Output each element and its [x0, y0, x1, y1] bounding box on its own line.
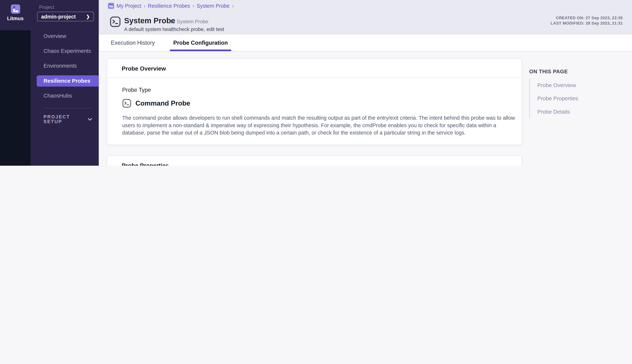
probe-properties-title: Probe Properties: [107, 156, 522, 166]
probe-overview-card: Probe Overview Probe Type Command Probe …: [107, 58, 522, 145]
chevron-separator-icon: ›: [144, 3, 146, 9]
page-subtitle: A default system healthcheck probe, edit…: [124, 26, 224, 32]
sidebar: Project admin-project ❯ Overview Chaos E…: [31, 0, 99, 166]
sidebar-item-chaoshubs[interactable]: ChaosHubs: [31, 88, 99, 103]
project-select-value: admin-project: [41, 14, 76, 20]
sidebar-divider: [44, 108, 91, 108]
breadcrumb-system-probe[interactable]: System Probe: [197, 3, 229, 9]
chevron-down-icon: [88, 118, 92, 120]
terminal-probe-icon: [110, 16, 121, 28]
cards-column: Probe Overview Probe Type Command Probe …: [107, 58, 522, 166]
breadcrumb-resilience-probes[interactable]: Resilience Probes: [148, 3, 190, 9]
probe-properties-card: Probe Properties TIMEOUT RETRY ATTEMPT I…: [107, 156, 522, 166]
rail-brand-block: Litmus: [0, 0, 31, 30]
sidebar-item-chaos-experiments[interactable]: Chaos Experiments: [31, 44, 99, 58]
timestamps: CREATED ON: 27 Sep 2023, 22:35 LAST MODI…: [550, 16, 623, 26]
probe-overview-title: Probe Overview: [107, 59, 522, 78]
on-this-page-list: Probe Overview Probe Properties Probe De…: [529, 79, 622, 118]
icon-rail: Litmus A ADMIN: [0, 0, 31, 166]
brand-label: Litmus: [7, 16, 24, 22]
chevron-separator-icon: ›: [232, 3, 234, 9]
main-area: My Project › Resilience Probes › System …: [99, 0, 632, 166]
breadcrumb-my-project[interactable]: My Project: [117, 3, 141, 9]
sidebar-item-environments[interactable]: Environments: [31, 58, 99, 73]
project-setup-label: PROJECT SETUP: [44, 114, 88, 124]
litmus-logo-icon[interactable]: [11, 4, 20, 14]
probe-type-label: Probe Type: [122, 87, 517, 93]
toc-link-probe-details[interactable]: Probe Details: [530, 105, 622, 118]
project-label: Project: [39, 4, 54, 10]
on-this-page: ON THIS PAGE Probe Overview Probe Proper…: [529, 68, 622, 118]
chevron-separator-icon: ›: [192, 3, 194, 9]
probe-description: The command probe allows developers to r…: [122, 114, 517, 137]
tab-execution-history[interactable]: Execution History: [111, 34, 155, 51]
litmus-mini-logo-icon: [108, 3, 114, 9]
tab-bar: Execution History Probe Configuration: [99, 34, 632, 52]
content-body: Probe Overview Probe Type Command Probe …: [99, 52, 632, 166]
toc-link-probe-properties[interactable]: Probe Properties: [530, 92, 622, 105]
project-select[interactable]: admin-project ❯: [37, 12, 94, 22]
litmus-app: Litmus A ADMIN Project admin-project ❯ O…: [0, 0, 632, 166]
sidebar-item-overview[interactable]: Overview: [31, 28, 99, 44]
page-title: System Probe: [124, 16, 175, 25]
created-on: CREATED ON: 27 Sep 2023, 22:35: [550, 16, 623, 21]
probe-id-label: ID: System Probe: [169, 19, 208, 24]
tab-probe-configuration[interactable]: Probe Configuration: [173, 34, 228, 51]
breadcrumb: My Project › Resilience Probes › System …: [108, 3, 234, 9]
terminal-command-icon: [122, 98, 132, 108]
on-this-page-title: ON THIS PAGE: [529, 68, 622, 74]
project-setup-toggle[interactable]: PROJECT SETUP: [44, 114, 92, 124]
last-modified: LAST MODIFIED: 28 Sep 2023, 21:31: [550, 21, 623, 26]
chevron-right-icon: ❯: [86, 14, 90, 19]
sidebar-nav: Overview Chaos Experiments Environments …: [31, 28, 99, 103]
probe-type-name: Command Probe: [135, 99, 190, 108]
page-header: My Project › Resilience Probes › System …: [99, 0, 632, 34]
toc-link-probe-overview[interactable]: Probe Overview: [530, 79, 622, 92]
sidebar-item-resilience-probes[interactable]: Resilience Probes: [37, 75, 99, 86]
